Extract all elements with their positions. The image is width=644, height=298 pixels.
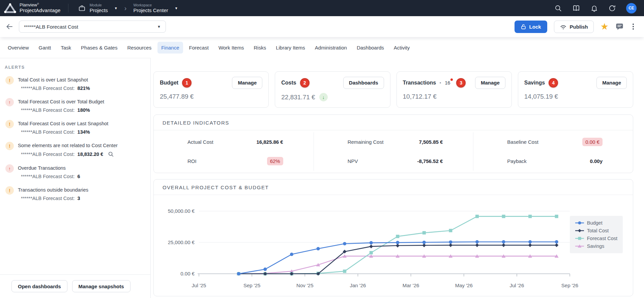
open-dashboards-button[interactable]: Open dashboards [11, 280, 67, 292]
indicator-value: -8,756.52 € [417, 158, 443, 164]
alert-value: 180% [78, 107, 90, 113]
trend-down-icon: ↓ [319, 93, 328, 101]
app-logo[interactable]: Planview® ProjectAdvantage [4, 3, 61, 13]
chart-legend: BudgetTotal CostForecast CostSavings [570, 216, 623, 253]
svg-text:Sep '25: Sep '25 [243, 283, 260, 288]
svg-text:0.00 €: 0.00 € [180, 271, 195, 276]
alert-title: Total Cost is over Last Snapshot [18, 76, 146, 82]
tab-task[interactable]: Task [57, 42, 75, 54]
exclamation-warning-icon: ! [5, 76, 14, 85]
tab-dashboards[interactable]: Dashboards [353, 42, 388, 54]
briefcase-icon [78, 4, 86, 12]
wifi-icon [560, 24, 567, 30]
legend-forecast-cost[interactable]: Forecast Cost [575, 236, 617, 241]
alert-item[interactable]: ↑Total Forecast Cost is over Total Budge… [5, 98, 146, 113]
tab-work-items[interactable]: Work Items [215, 42, 248, 54]
tab-administration[interactable]: Administration [311, 42, 351, 54]
avatar[interactable]: CE [626, 3, 637, 13]
lock-button[interactable]: Lock [515, 21, 547, 33]
alert-title: Some elements are not related to Cost Ce… [18, 141, 146, 148]
tab-resources[interactable]: Resources [123, 42, 155, 54]
card-transactions: Transactions163Manage10,712.17 € [397, 71, 512, 108]
brand-product: ProjectAdvantage [20, 8, 61, 13]
indicator-npv: NPV-8,756.52 € [314, 152, 473, 171]
alert-item[interactable]: !Transactions outside boundaries******AL… [5, 186, 146, 201]
chevron-right-icon: › [124, 4, 127, 12]
tab-forecast[interactable]: Forecast [185, 42, 212, 54]
project-selector-value: ******ALB Forecast Cost [24, 24, 78, 30]
legend-total-cost[interactable]: Total Cost [575, 228, 617, 233]
search-icon[interactable] [108, 151, 114, 157]
card-savings: Savings4Manage14,075.19 € [518, 71, 633, 108]
detailed-indicators-title: DETAILED INDICATORS [154, 115, 633, 130]
favorite-star-icon[interactable]: ★ [601, 22, 609, 31]
legend-budget[interactable]: Budget [575, 220, 617, 226]
alert-source: ******ALB Forecast Cost: [21, 129, 75, 135]
book-icon[interactable] [572, 4, 580, 12]
alert-item[interactable]: ↑Overdue Transactions******ALB Forecast … [5, 164, 146, 179]
alert-item[interactable]: !Some elements are not related to Cost C… [5, 141, 146, 157]
tab-gantt[interactable]: Gantt [35, 42, 55, 54]
indicator-actual-cost: Actual Cost16,825.86 € [154, 132, 314, 152]
tab-activity[interactable]: Activity [390, 42, 414, 54]
bell-icon[interactable] [590, 4, 598, 12]
manage-snapshots-button[interactable]: Manage snapshots [72, 280, 130, 292]
manage-button[interactable]: Manage [596, 77, 627, 89]
search-icon[interactable] [554, 4, 562, 12]
tab-phases-gates[interactable]: Phases & Gates [77, 42, 121, 54]
workspace-switcher[interactable]: Workspace Projects Center ▼ [131, 2, 180, 14]
finance-main: Budget1Manage25,477.89 €Costs2Dashboards… [151, 58, 644, 298]
module-switcher[interactable]: Module Projects ▼ [76, 2, 120, 14]
svg-text:Sep '26: Sep '26 [561, 283, 578, 288]
feedback-comment-icon[interactable] [615, 23, 624, 31]
module-value: Projects [90, 7, 108, 13]
alert-item[interactable]: !Total Cost is over Last Snapshot******A… [5, 76, 146, 91]
arrow-up-critical-icon: ↑ [5, 98, 14, 106]
nav-divider [68, 4, 68, 12]
detailed-indicators-panel: DETAILED INDICATORS Actual Cost16,825.86… [153, 114, 633, 173]
svg-text:25,000.00 €: 25,000.00 € [168, 239, 195, 245]
unlock-icon [521, 24, 526, 30]
indicator-label: ROI [187, 158, 197, 164]
chevron-down-icon: ▼ [114, 6, 118, 10]
alert-detail: ******ALB Forecast Cost:18,832.20 € [18, 151, 146, 157]
svg-text:Nov '25: Nov '25 [296, 283, 313, 288]
alert-detail: ******ALB Forecast Cost:6 [18, 174, 146, 179]
tab-library-items[interactable]: Library Items [272, 42, 309, 54]
alert-item[interactable]: !Total Forecast Cost is over Last Snapsh… [5, 120, 146, 135]
triangle-marker-icon [575, 244, 584, 248]
brand-name: Planview® [20, 3, 61, 8]
indicator-label: Actual Cost [187, 139, 213, 145]
alert-title: Overdue Transactions [18, 164, 146, 171]
publish-button[interactable]: Publish [554, 21, 594, 33]
dashboards-button[interactable]: Dashboards [343, 77, 384, 89]
manage-button[interactable]: Manage [475, 77, 505, 89]
step-badge-3: 3 [456, 78, 466, 88]
refresh-icon[interactable] [608, 4, 616, 12]
tab-risks[interactable]: Risks [250, 42, 270, 54]
project-tabs: OverviewGanttTaskPhases & GatesResources… [0, 37, 644, 58]
more-options-kebab-icon[interactable] [631, 22, 636, 31]
alert-value: 6 [78, 174, 80, 179]
alert-source: ******ALB Forecast Cost: [21, 107, 75, 113]
indicator-remaining-cost: Remaining Cost7,505.85 € [314, 132, 473, 152]
indicator-value: 16,825.86 € [256, 139, 283, 145]
step-badge-1: 1 [182, 78, 192, 88]
card-title: Budget [160, 80, 178, 86]
tab-finance[interactable]: Finance [157, 42, 183, 54]
svg-text:Mar '26: Mar '26 [403, 283, 419, 288]
indicator-label: Baseline Cost [507, 139, 538, 145]
card-costs: Costs2Dashboards22,831.71 €↓ [275, 71, 390, 108]
alerts-sidebar: ALERTS !Total Cost is over Last Snapshot… [0, 58, 151, 298]
chevron-down-icon: ▼ [175, 6, 178, 10]
registered-mark: ® [37, 2, 39, 5]
indicator-value: 0.00 € [582, 138, 603, 146]
summary-cards: Budget1Manage25,477.89 €Costs2Dashboards… [153, 71, 633, 108]
back-button[interactable] [5, 23, 13, 31]
tab-overview[interactable]: Overview [4, 42, 33, 54]
alert-value: 821% [78, 86, 90, 91]
legend-savings[interactable]: Savings [575, 243, 617, 249]
manage-button[interactable]: Manage [232, 77, 262, 89]
project-selector[interactable]: ******ALB Forecast Cost ▼ [19, 21, 166, 33]
card-budget: Budget1Manage25,477.89 € [153, 71, 269, 108]
